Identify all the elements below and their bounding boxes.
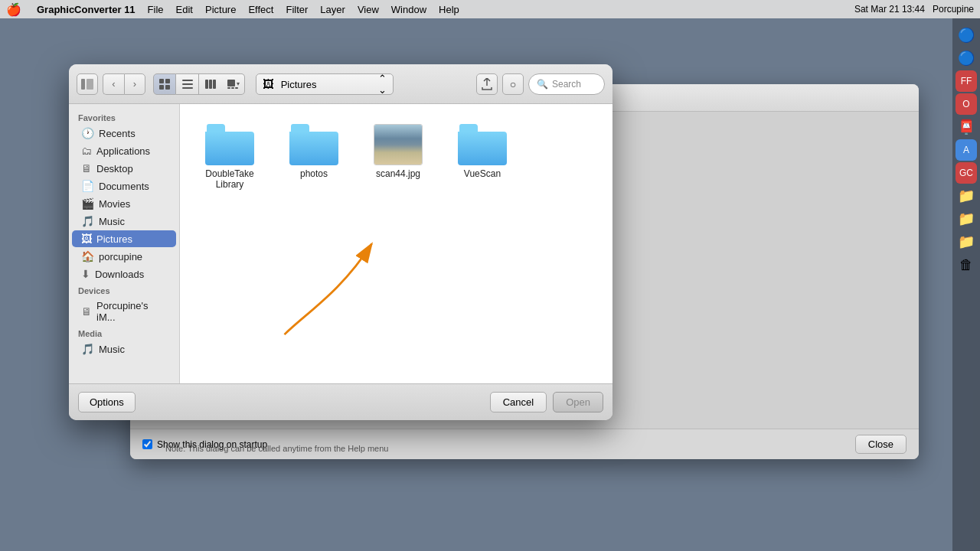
devices-title: Devices: [69, 283, 179, 297]
dock-icon-2[interactable]: 🔵: [956, 47, 977, 69]
file-item-doubletake[interactable]: DoubleTakeLibrary: [195, 119, 264, 194]
dock-icon-11[interactable]: 🗑: [956, 254, 977, 276]
svg-rect-8: [182, 87, 193, 89]
dock-icon-7[interactable]: GC: [956, 162, 977, 184]
file-item-photos[interactable]: photos: [279, 119, 348, 194]
dialog-bottom-bar: Options Cancel Open: [69, 383, 612, 420]
sidebar-label-music: Music: [99, 216, 125, 227]
file-item-scan44[interactable]: scan44.jpg: [364, 119, 433, 194]
menu-picture[interactable]: Picture: [205, 4, 236, 15]
documents-icon: 📄: [81, 180, 94, 192]
datetime: Sat Mar 21 13:44: [854, 4, 925, 15]
options-button[interactable]: Options: [78, 392, 136, 412]
dock-icon-5[interactable]: 📮: [956, 116, 977, 138]
path-chevron-icon: ⌃⌄: [378, 73, 387, 96]
path-folder-icon: 🖼: [263, 77, 274, 90]
menu-effect[interactable]: Effect: [248, 4, 273, 15]
image-thumb-scan44: [374, 124, 423, 165]
menubar: 🍎 GraphicConverter 11 File Edit Picture …: [0, 0, 980, 18]
app-name[interactable]: GraphicConverter 11: [37, 4, 136, 15]
sidebar-item-pictures[interactable]: 🖼 Pictures: [72, 230, 176, 247]
open-button[interactable]: Open: [553, 392, 603, 412]
svg-rect-1: [87, 79, 93, 90]
username: Porcupine: [933, 4, 974, 15]
dock-icon-3[interactable]: FF: [956, 70, 977, 92]
menu-edit[interactable]: Edit: [176, 4, 193, 15]
dialog-body: Favorites 🕐 Recents 🗂 Applications 🖥 Des…: [69, 104, 612, 383]
sidebar-item-downloads[interactable]: ⬇ Downloads: [72, 266, 176, 282]
svg-text:▾: ▾: [237, 80, 240, 87]
nav-buttons: ‹ ›: [103, 73, 145, 95]
svg-rect-10: [209, 80, 212, 89]
folder-icon-vuescan: [458, 124, 507, 165]
view-gallery-button[interactable]: ▾: [222, 73, 245, 95]
search-box[interactable]: 🔍 Search: [528, 73, 605, 95]
menu-help[interactable]: Help: [439, 4, 459, 15]
file-dialog: ‹ ›: [69, 64, 612, 420]
desktop: GC Drop Fi... Show this dialog on startu…: [0, 18, 980, 551]
tag-button[interactable]: ○: [502, 73, 524, 95]
dock-icon-1[interactable]: 🔵: [956, 24, 977, 46]
menu-window[interactable]: Window: [391, 4, 426, 15]
svg-rect-2: [159, 79, 164, 83]
recents-icon: 🕐: [81, 127, 94, 139]
share-button[interactable]: [476, 73, 498, 95]
file-name-scan44: scan44.jpg: [376, 168, 420, 179]
sidebar-label-iMac: Porcupine's iM...: [96, 300, 167, 323]
view-icon-button[interactable]: [153, 73, 176, 95]
close-button[interactable]: Close: [855, 435, 906, 454]
sidebar-item-music[interactable]: 🎵 Music: [72, 213, 176, 230]
sidebar-item-movies[interactable]: 🎬 Movies: [72, 195, 176, 212]
apple-menu[interactable]: 🍎: [6, 2, 21, 17]
sidebar-item-porcupine[interactable]: 🏠 porcupine: [72, 248, 176, 265]
dock-icon-8[interactable]: 📁: [956, 185, 977, 207]
nav-back-button[interactable]: ‹: [103, 73, 124, 95]
note-text: Note: This dialog can be called anytime …: [165, 444, 388, 453]
sidebar-item-recents[interactable]: 🕐 Recents: [72, 125, 176, 142]
media-music-icon: 🎵: [81, 343, 94, 355]
sidebar-item-documents[interactable]: 📄 Documents: [72, 178, 176, 194]
sidebar-label-desktop: Desktop: [96, 163, 133, 174]
cancel-button[interactable]: Cancel: [490, 392, 547, 412]
nav-forward-button[interactable]: ›: [124, 73, 145, 95]
dialog-toolbar: ‹ ›: [69, 64, 612, 104]
sidebar: Favorites 🕐 Recents 🗂 Applications 🖥 Des…: [69, 104, 180, 383]
show-dialog-checkbox[interactable]: [142, 439, 152, 449]
svg-rect-3: [165, 79, 170, 83]
svg-rect-7: [182, 83, 193, 85]
music-icon: 🎵: [81, 215, 94, 227]
view-list-button[interactable]: [176, 73, 199, 95]
dock-icon-9[interactable]: 📁: [956, 208, 977, 230]
folder-icon-doubletake: [205, 124, 254, 165]
svg-rect-0: [81, 79, 85, 90]
path-label: Pictures: [281, 79, 317, 90]
svg-rect-6: [182, 80, 193, 81]
svg-rect-15: [235, 87, 238, 89]
path-selector[interactable]: 🖼 Pictures ⌃⌄: [256, 73, 394, 95]
menu-layer[interactable]: Layer: [320, 4, 345, 15]
sidebar-item-desktop[interactable]: 🖥 Desktop: [72, 160, 176, 177]
iMac-icon: 🖥: [81, 305, 92, 318]
menu-filter[interactable]: Filter: [286, 4, 308, 15]
sidebar-item-iMac[interactable]: 🖥 Porcupine's iM...: [72, 298, 176, 325]
menubar-right: Sat Mar 21 13:44 Porcupine: [854, 4, 974, 15]
menu-file[interactable]: File: [148, 4, 164, 15]
sidebar-item-media-music[interactable]: 🎵 Music: [72, 341, 176, 357]
applications-icon: 🗂: [81, 145, 92, 157]
menu-view[interactable]: View: [358, 4, 379, 15]
dock-icon-4[interactable]: O: [956, 93, 977, 115]
view-columns-button[interactable]: [199, 73, 222, 95]
search-icon: 🔍: [537, 79, 548, 90]
file-item-vuescan[interactable]: VueScan: [448, 119, 517, 194]
media-title: Media: [69, 326, 179, 340]
svg-rect-13: [227, 87, 230, 89]
downloads-icon: ⬇: [81, 268, 90, 280]
dock-icon-10[interactable]: 📁: [956, 231, 977, 253]
sidebar-toggle-button[interactable]: [77, 73, 98, 95]
dock-icon-6[interactable]: A: [956, 139, 977, 161]
movies-icon: 🎬: [81, 197, 94, 210]
sidebar-label-media-music: Music: [99, 344, 125, 355]
file-name-doubletake: DoubleTakeLibrary: [205, 168, 253, 190]
sidebar-item-applications[interactable]: 🗂 Applications: [72, 142, 176, 159]
pictures-icon: 🖼: [81, 233, 92, 245]
